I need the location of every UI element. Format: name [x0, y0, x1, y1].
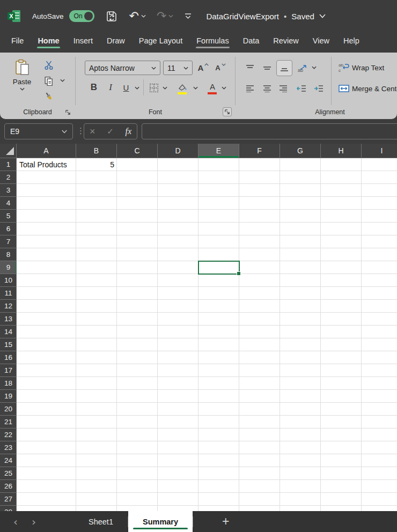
row-header-7[interactable]: 7: [0, 235, 17, 248]
row-header-11[interactable]: 11: [0, 287, 17, 300]
row-header-21[interactable]: 21: [0, 416, 17, 428]
fill-handle[interactable]: [237, 271, 241, 276]
row-header-14[interactable]: 14: [0, 326, 17, 338]
row-header-16[interactable]: 16: [0, 351, 17, 364]
font-size-combo[interactable]: 11: [163, 61, 193, 75]
menu-tab-formulas[interactable]: Formulas: [189, 32, 236, 50]
menu-tab-data[interactable]: Data: [236, 32, 267, 50]
font-color-dropdown-chevron-icon[interactable]: [220, 85, 227, 91]
wrap-text-label[interactable]: Wrap Text: [352, 62, 384, 73]
row-header-1[interactable]: 1: [0, 158, 17, 171]
menu-tab-home[interactable]: Home: [31, 32, 66, 50]
copy-dropdown-chevron-icon[interactable]: [59, 77, 65, 84]
increase-indent-button[interactable]: [312, 82, 326, 95]
row-header-20[interactable]: 20: [0, 403, 17, 416]
previous-sheet-icon[interactable]: ‹: [6, 515, 25, 528]
undo-button[interactable]: ↶: [129, 10, 146, 22]
row-header-10[interactable]: 10: [0, 274, 17, 287]
underline-button[interactable]: U: [120, 80, 133, 94]
row-header-9[interactable]: 9: [0, 261, 17, 274]
increase-font-size-button[interactable]: A: [197, 61, 210, 74]
row-header-28[interactable]: 28: [0, 506, 17, 511]
align-right-button[interactable]: [276, 82, 290, 95]
row-header-4[interactable]: 4: [0, 197, 17, 210]
column-header-B[interactable]: B: [76, 144, 117, 158]
excel-logo-icon[interactable]: X: [7, 10, 21, 23]
row-header-27[interactable]: 27: [0, 493, 17, 506]
cut-button[interactable]: [43, 60, 55, 71]
name-box[interactable]: E9: [4, 123, 73, 139]
merge-center-button-icon-slot[interactable]: [337, 82, 350, 95]
column-header-H[interactable]: H: [321, 144, 362, 158]
borders-dropdown-chevron-icon[interactable]: [161, 85, 168, 91]
sheet-tab-summary[interactable]: Summary: [128, 511, 193, 532]
column-header-A[interactable]: A: [17, 144, 76, 158]
format-painter-button[interactable]: [43, 91, 55, 102]
menu-tab-view[interactable]: View: [306, 32, 336, 50]
fill-color-button[interactable]: [177, 80, 188, 94]
sheet-tab-sheet1[interactable]: Sheet1: [74, 511, 128, 532]
column-header-C[interactable]: C: [117, 144, 158, 158]
undo-dropdown-chevron-icon[interactable]: [141, 14, 146, 18]
menu-tab-insert[interactable]: Insert: [67, 32, 100, 50]
cancel-icon[interactable]: ×: [90, 126, 95, 137]
row-header-3[interactable]: 3: [0, 184, 17, 197]
decrease-indent-button[interactable]: [295, 82, 308, 95]
save-button[interactable]: [105, 10, 119, 23]
align-center-button[interactable]: [260, 82, 274, 95]
column-header-E[interactable]: E: [198, 144, 239, 158]
cells-area[interactable]: Total Products5: [17, 158, 397, 511]
middle-align-button[interactable]: [260, 61, 274, 75]
merge-center-label[interactable]: Merge & Center: [352, 83, 397, 94]
next-sheet-icon[interactable]: ›: [25, 515, 43, 528]
menu-tab-help[interactable]: Help: [336, 32, 366, 50]
font-name-combo[interactable]: Aptos Narrow: [85, 61, 160, 75]
font-color-button[interactable]: A: [207, 80, 218, 94]
row-header-15[interactable]: 15: [0, 338, 17, 351]
row-header-13[interactable]: 13: [0, 313, 17, 326]
orientation-dropdown-chevron-icon[interactable]: [311, 64, 317, 71]
select-all-button[interactable]: [0, 144, 17, 158]
paste-button[interactable]: Paste: [8, 59, 36, 91]
underline-dropdown-chevron-icon[interactable]: [134, 85, 140, 91]
quick-access-toolbar-button[interactable]: [184, 13, 192, 20]
row-header-23[interactable]: 23: [0, 441, 17, 454]
decrease-font-size-button[interactable]: A: [214, 61, 227, 74]
insert-function-icon[interactable]: fx: [125, 127, 131, 136]
bold-button[interactable]: B: [87, 80, 100, 94]
row-header-19[interactable]: 19: [0, 390, 17, 403]
formula-bar-input[interactable]: [142, 123, 397, 139]
row-header-18[interactable]: 18: [0, 377, 17, 390]
italic-button[interactable]: I: [104, 80, 117, 94]
orientation-button[interactable]: ab: [296, 61, 310, 75]
column-header-F[interactable]: F: [239, 144, 280, 158]
new-sheet-button[interactable]: +: [222, 514, 229, 529]
row-header-12[interactable]: 12: [0, 300, 17, 313]
menu-tab-draw[interactable]: Draw: [100, 32, 132, 50]
font-dialog-launcher[interactable]: [223, 107, 232, 116]
wrap-text-button-icon-slot[interactable]: ab c: [337, 61, 350, 74]
row-header-25[interactable]: 25: [0, 467, 17, 480]
row-header-6[interactable]: 6: [0, 223, 17, 235]
fill-color-dropdown-chevron-icon[interactable]: [192, 85, 198, 91]
row-header-8[interactable]: 8: [0, 248, 17, 261]
document-title[interactable]: DataGridViewExport • Saved: [206, 12, 325, 21]
active-cell-selection-E9[interactable]: [198, 261, 240, 275]
align-left-button[interactable]: [243, 82, 257, 95]
row-header-22[interactable]: 22: [0, 428, 17, 441]
copy-button[interactable]: [43, 75, 55, 87]
clipboard-dialog-launcher[interactable]: [64, 108, 72, 116]
row-header-26[interactable]: 26: [0, 480, 17, 493]
row-header-5[interactable]: 5: [0, 210, 17, 223]
column-header-G[interactable]: G: [280, 144, 321, 158]
autosave-toggle[interactable]: On: [69, 10, 94, 22]
cell-A1[interactable]: Total Products: [17, 158, 76, 171]
enter-icon[interactable]: ✓: [107, 127, 114, 136]
column-header-D[interactable]: D: [158, 144, 198, 158]
menu-tab-page-layout[interactable]: Page Layout: [132, 32, 189, 50]
top-align-button[interactable]: [243, 61, 257, 75]
row-header-2[interactable]: 2: [0, 171, 17, 184]
column-header-I[interactable]: I: [362, 144, 397, 158]
cell-B1[interactable]: 5: [76, 158, 117, 171]
bottom-align-button[interactable]: [276, 60, 292, 76]
